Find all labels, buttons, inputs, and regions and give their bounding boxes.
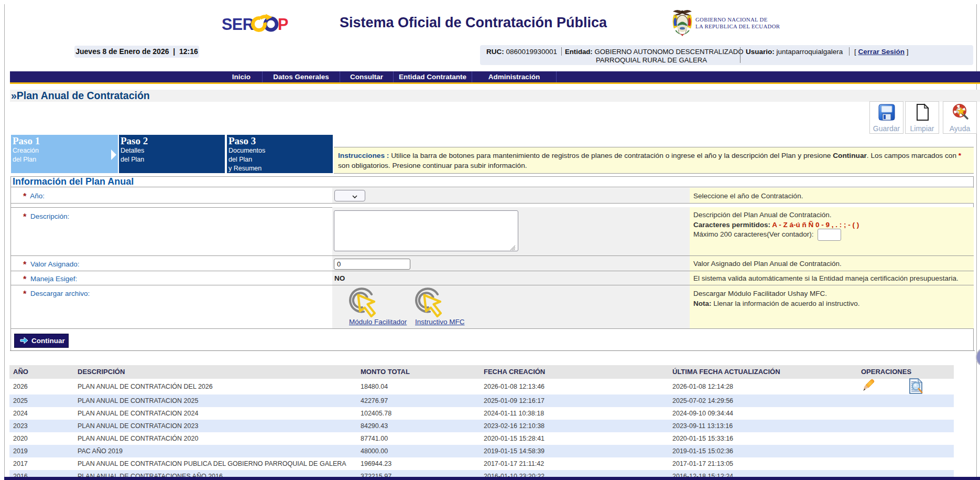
svg-text:SER: SER xyxy=(222,15,254,33)
svg-text:P: P xyxy=(278,15,288,33)
